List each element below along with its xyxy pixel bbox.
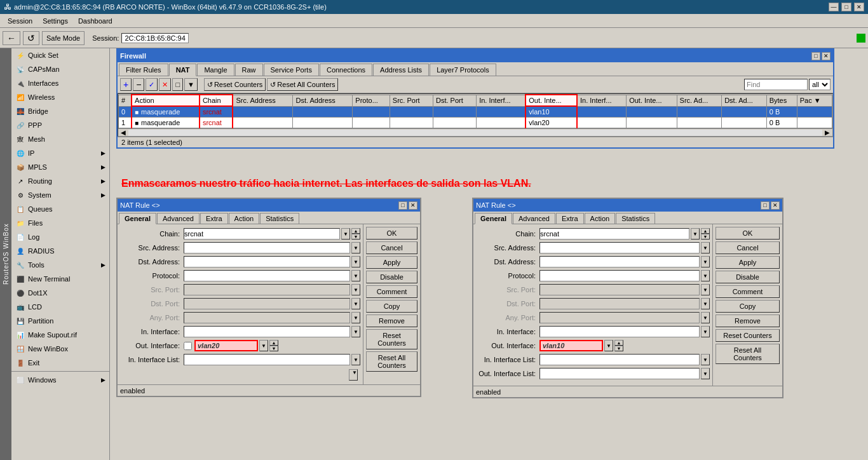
- nat-left-remove-button[interactable]: Remove: [366, 315, 417, 327]
- back-button[interactable]: ←: [3, 31, 20, 45]
- nat-right-tab-statistics[interactable]: Statistics: [616, 213, 655, 224]
- safemode-button[interactable]: Safe Mode: [42, 31, 85, 45]
- maximize-button[interactable]: □: [841, 3, 851, 11]
- nat-right-chain-dn-btn[interactable]: ▼: [701, 234, 710, 240]
- filter-button[interactable]: ▼: [184, 78, 198, 91]
- nat-right-out-iface-list-dropdown-btn[interactable]: ▼: [701, 368, 710, 379]
- nat-right-any-port-dropdown-btn[interactable]: ▼: [701, 312, 710, 323]
- nat-left-comment-button[interactable]: Comment: [366, 285, 417, 298]
- disable-rule-button[interactable]: ✕: [159, 78, 171, 91]
- nat-right-reset-all-counters-button[interactable]: Reset All Counters: [715, 344, 780, 364]
- scroll-right-btn[interactable]: ▶: [822, 129, 832, 136]
- nat-right-ok-button[interactable]: OK: [715, 227, 780, 240]
- nat-left-src-port-dropdown-btn[interactable]: ▼: [351, 284, 360, 295]
- nat-left-dst-port-dropdown-btn[interactable]: ▼: [351, 298, 360, 309]
- nat-right-dst-port-input[interactable]: [539, 298, 700, 309]
- nat-left-in-iface-list-input[interactable]: [184, 354, 350, 365]
- nat-left-chain-dn-btn[interactable]: ▼: [351, 234, 360, 240]
- sidebar-item-mesh[interactable]: 🕸 Mesh: [11, 132, 109, 146]
- nat-left-src-port-input[interactable]: [184, 284, 350, 295]
- nat-left-reset-all-counters-button[interactable]: Reset All Counters: [366, 351, 417, 372]
- nat-right-chain-up-btn[interactable]: ▲: [701, 228, 710, 234]
- nat-left-dst-addr-dropdown-btn[interactable]: ▼: [351, 256, 360, 267]
- sidebar-item-lcd[interactable]: 📺 LCD: [11, 300, 109, 314]
- copy-rule-button[interactable]: □: [172, 78, 183, 91]
- nat-left-src-addr-dropdown-btn[interactable]: ▼: [351, 242, 360, 254]
- firewall-close-btn[interactable]: ✕: [822, 52, 831, 60]
- nat-right-any-port-input[interactable]: [539, 312, 700, 323]
- sidebar-item-routing[interactable]: ↗ Routing ▶: [11, 174, 109, 188]
- menu-session[interactable]: Session: [3, 16, 37, 26]
- nat-right-out-iface-list-input[interactable]: [539, 368, 700, 379]
- nat-right-tab-general[interactable]: General: [475, 213, 512, 224]
- nat-right-out-iface-dn-btn[interactable]: ▼: [614, 346, 623, 351]
- find-input[interactable]: [744, 79, 808, 90]
- tab-layer7-protocols[interactable]: Layer7 Protocols: [430, 64, 496, 76]
- tab-nat[interactable]: NAT: [169, 64, 197, 76]
- nat-left-out-iface-up-btn[interactable]: ▲: [269, 340, 278, 346]
- sidebar-item-newterminal[interactable]: ⬛ New Terminal: [11, 272, 109, 286]
- nat-right-src-port-input[interactable]: [539, 284, 700, 295]
- sidebar-item-interfaces[interactable]: 🔌 Interfaces: [11, 76, 109, 90]
- nat-right-dst-port-dropdown-btn[interactable]: ▼: [701, 298, 710, 309]
- nat-left-copy-button[interactable]: Copy: [366, 300, 417, 313]
- nat-left-cancel-button[interactable]: Cancel: [366, 241, 417, 254]
- nat-left-tab-advanced[interactable]: Advanced: [157, 213, 200, 224]
- find-filter-select[interactable]: all: [809, 79, 831, 90]
- refresh-button[interactable]: ↺: [23, 31, 39, 45]
- minimize-button[interactable]: —: [829, 3, 839, 11]
- nat-left-reset-counters-button[interactable]: Reset Counters: [366, 329, 417, 349]
- nat-left-protocol-input[interactable]: [184, 270, 350, 281]
- firewall-minimize-btn[interactable]: □: [811, 52, 820, 60]
- nat-left-tab-general[interactable]: General: [119, 213, 156, 224]
- nat-left-ok-button[interactable]: OK: [366, 227, 417, 240]
- nat-right-in-iface-input[interactable]: [539, 326, 700, 337]
- nat-left-chain-up-btn[interactable]: ▲: [351, 228, 360, 234]
- sidebar-item-mpls[interactable]: 📦 MPLS ▶: [11, 160, 109, 174]
- nat-left-out-iface-input[interactable]: [194, 340, 258, 351]
- sidebar-item-makesupout[interactable]: 📊 Make Supout.rif: [11, 328, 109, 342]
- sidebar-item-queues[interactable]: 📋 Queues: [11, 202, 109, 216]
- nat-right-remove-button[interactable]: Remove: [715, 315, 780, 327]
- nat-left-chain-dropdown-btn[interactable]: ▼: [341, 228, 350, 240]
- nat-left-tab-extra[interactable]: Extra: [200, 213, 228, 224]
- sidebar-item-newwinbox[interactable]: 🪟 New WinBox: [11, 342, 109, 356]
- nat-right-apply-button[interactable]: Apply: [715, 256, 780, 269]
- reset-all-counters-toolbar-button[interactable]: ↺ Reset All Counters: [267, 78, 338, 91]
- nat-left-chain-input[interactable]: [184, 228, 340, 240]
- sidebar-item-partition[interactable]: 💾 Partition: [11, 314, 109, 328]
- nat-right-tab-advanced[interactable]: Advanced: [513, 213, 555, 224]
- sidebar-item-log[interactable]: 📄 Log: [11, 230, 109, 244]
- nat-left-disable-button[interactable]: Disable: [366, 271, 417, 283]
- table-row[interactable]: 0 ■masquerade srcnat vlan10: [119, 106, 832, 118]
- nat-left-dst-addr-input[interactable]: [184, 256, 350, 267]
- nat-right-minimize-btn[interactable]: □: [761, 201, 770, 210]
- sidebar-item-capsman[interactable]: 📡 CAPsMan: [11, 62, 109, 76]
- nat-left-out-iface-dropdown-btn[interactable]: ▼: [259, 340, 268, 351]
- tab-raw[interactable]: Raw: [235, 64, 263, 76]
- remove-rule-button[interactable]: −: [133, 78, 144, 91]
- nat-left-out-iface-dn-btn[interactable]: ▼: [269, 346, 278, 351]
- nat-right-in-iface-list-input[interactable]: [539, 354, 700, 365]
- nat-right-out-iface-up-btn[interactable]: ▲: [614, 340, 623, 346]
- sidebar-item-files[interactable]: 📁 Files: [11, 216, 109, 230]
- table-row[interactable]: 1 ■masquerade srcnat vlan20: [119, 118, 832, 128]
- nat-right-close-btn[interactable]: ✕: [771, 201, 780, 210]
- sidebar-item-bridge[interactable]: 🌉 Bridge: [11, 104, 109, 118]
- nat-right-out-iface-input[interactable]: [539, 340, 603, 351]
- nat-right-comment-button[interactable]: Comment: [715, 285, 780, 298]
- nat-right-chain-dropdown-btn[interactable]: ▼: [691, 228, 700, 240]
- sidebar-item-wireless[interactable]: 📶 Wireless: [11, 90, 109, 104]
- nat-left-any-port-dropdown-btn[interactable]: ▼: [351, 312, 360, 323]
- nat-right-cancel-button[interactable]: Cancel: [715, 241, 780, 254]
- nat-right-dst-addr-input[interactable]: [539, 256, 700, 267]
- sidebar-item-windows[interactable]: ⬜ Windows ▶: [11, 373, 109, 387]
- menu-dashboard[interactable]: Dashboard: [73, 16, 118, 26]
- nat-right-src-addr-input[interactable]: [539, 242, 700, 254]
- close-button[interactable]: ✕: [854, 3, 864, 11]
- nat-right-disable-button[interactable]: Disable: [715, 271, 780, 283]
- sidebar-item-quickset[interactable]: ⚡ Quick Set: [11, 48, 109, 62]
- enable-rule-button[interactable]: ✓: [146, 78, 158, 91]
- nat-left-any-port-input[interactable]: [184, 312, 350, 323]
- nat-right-in-iface-list-dropdown-btn[interactable]: ▼: [701, 354, 710, 365]
